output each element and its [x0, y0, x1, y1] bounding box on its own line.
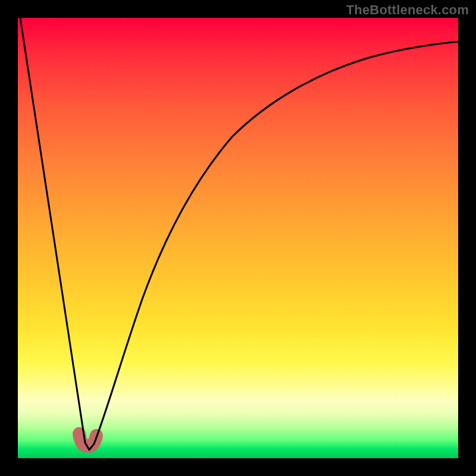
curve-svg [18, 18, 458, 458]
chart-frame: TheBottleneck.com [0, 0, 476, 476]
bottleneck-curve [20, 18, 458, 450]
plot-area [18, 18, 458, 458]
watermark-text: TheBottleneck.com [346, 2, 469, 18]
